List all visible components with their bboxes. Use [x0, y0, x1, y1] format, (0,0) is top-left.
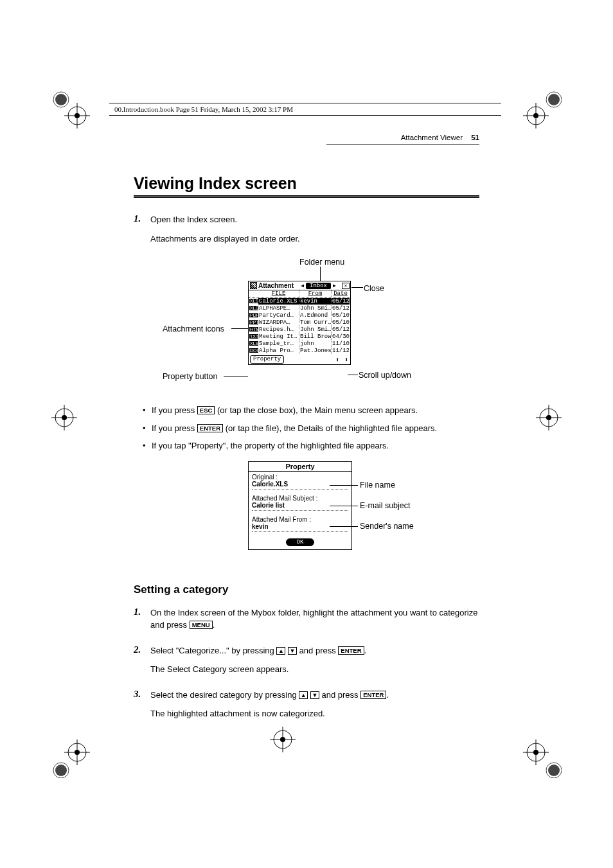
filetype-icon: XLS — [249, 341, 258, 346]
cell-from: Tom Curr… — [299, 319, 332, 326]
svg-point-29 — [533, 750, 538, 755]
scroll-updown-icon[interactable]: ⬆ ⬇ — [335, 356, 349, 364]
callout-scroll: Scroll up/down — [359, 371, 411, 380]
bullet-item: If you press ENTER (or tap the file), th… — [143, 422, 479, 435]
cell-file: PartyCard… — [258, 312, 299, 319]
list-row[interactable]: PPTWIZARDPA…Tom Curr…05/10 — [249, 319, 350, 326]
cell-from: john — [299, 341, 332, 347]
filetype-icon: XLS — [249, 306, 258, 310]
callout-email-subject: E-mail subject — [360, 501, 411, 510]
step-1-text: Open the Index screen. — [150, 213, 479, 226]
up-key-icon: ▲ — [299, 691, 308, 699]
svg-point-25 — [55, 765, 67, 776]
folder-name: Inbox — [306, 283, 331, 289]
cell-from: Bill Brown — [299, 333, 332, 340]
cell-from: John Smi… — [299, 305, 332, 312]
bullet-list: If you press ESC (or tap the close box),… — [143, 404, 479, 452]
cell-date: 05/12 — [332, 305, 350, 312]
callout-sender-name: Sender's name — [360, 522, 414, 531]
folder-menu[interactable]: ◀ Inbox ▶ — [295, 283, 342, 289]
cell-from: Pat.Jones — [299, 348, 332, 354]
step-number: 1. — [134, 213, 150, 251]
crop-mark-icon — [51, 90, 90, 128]
svg-point-19 — [546, 415, 551, 420]
figure-property-dialog: Property Original : Calorie.XLS Attached… — [134, 461, 479, 551]
running-head: Attachment Viewer 51 — [134, 134, 479, 141]
callout-close: Close — [364, 284, 384, 293]
cell-file: Meeting It… — [258, 333, 299, 340]
property-row-from: Attached Mail From : kevin — [249, 514, 351, 535]
attachment-app-window: Attachment ◀ Inbox ▶ ✕ FILE From Date XL… — [248, 281, 351, 365]
cell-date: 11/10 — [332, 341, 350, 347]
col-file[interactable]: FILE — [258, 290, 299, 297]
cat-step-2-text: Select "Categorize..." by pressing ▲ ▼ a… — [150, 644, 479, 657]
step-1: 1. Open the Index screen. Attachments ar… — [134, 213, 479, 251]
step-number: 2. — [134, 644, 150, 682]
filetype-icon: PPT — [249, 320, 258, 324]
enter-key-icon: ENTER — [338, 646, 364, 655]
cell-date: 05/10 — [332, 312, 350, 319]
svg-point-23 — [75, 750, 80, 755]
svg-point-31 — [548, 765, 560, 776]
svg-point-15 — [62, 415, 67, 420]
step-number: 3. — [134, 689, 150, 727]
chevron-left-icon[interactable]: ◀ — [301, 283, 304, 288]
enter-key-icon: ENTER — [360, 691, 386, 699]
list-row[interactable]: XLSCalorie.XLSkevin05/12 — [249, 297, 350, 305]
cat-step-1-text: On the Index screen of the Mybox folder,… — [150, 607, 479, 632]
cat-step-1: 1. On the Index screen of the Mybox fold… — [134, 607, 479, 638]
section-title-rule — [134, 195, 479, 198]
col-date[interactable]: Date — [332, 290, 350, 297]
callout-file-name: File name — [360, 481, 395, 490]
callout-folder-menu: Folder menu — [299, 258, 344, 267]
callout-property-button: Property button — [163, 372, 217, 381]
section-title: Viewing Index screen — [134, 174, 479, 193]
list-row[interactable]: DOCAlpha Pro…Pat.Jones11/12 — [249, 347, 350, 354]
property-label: Attached Mail From : — [252, 516, 348, 523]
property-label: Attached Mail Subject : — [252, 495, 348, 502]
cat-step-2-note: The Select Category screen appears. — [150, 663, 479, 676]
property-row-subject: Attached Mail Subject : Calorie list — [249, 493, 351, 514]
step-1-note: Attachments are displayed in date order. — [150, 233, 479, 245]
page-body: Attachment Viewer 51 Viewing Index scree… — [134, 134, 479, 733]
app-title: Attachment — [258, 282, 295, 289]
property-dialog-title: Property — [249, 462, 351, 472]
svg-point-9 — [533, 113, 538, 118]
cell-date: 05/12 — [332, 326, 350, 333]
cell-file: Sample_tr… — [258, 341, 299, 347]
cat-step-3: 3. Select the desired category by pressi… — [134, 689, 479, 727]
property-label: Original : — [252, 474, 348, 481]
page-number: 51 — [471, 134, 479, 141]
list-row[interactable]: XLSALPHASPE…John Smi…05/12 — [249, 305, 350, 312]
filetype-icon: HTM — [249, 327, 258, 332]
svg-point-11 — [548, 94, 560, 105]
cell-file: Recipes.h… — [258, 326, 299, 333]
list-row[interactable]: HTMRecipes.h…John Smi…05/12 — [249, 326, 350, 333]
svg-point-35 — [280, 737, 285, 742]
crop-mark-icon — [51, 740, 90, 778]
list-row[interactable]: TXTMeeting It…Bill Brown04/30 — [249, 333, 350, 340]
running-head-text: Attachment Viewer — [401, 134, 469, 141]
crop-mark-icon — [536, 405, 562, 430]
cat-step-3-note: The highlighted attachment is now catego… — [150, 707, 479, 720]
close-button[interactable]: ✕ — [342, 283, 350, 289]
list-header: FILE From Date — [249, 290, 350, 297]
cell-file: Calorie.XLS — [258, 298, 299, 305]
svg-point-1 — [55, 94, 67, 105]
cell-date: 05/12 — [332, 298, 350, 305]
chevron-right-icon[interactable]: ▶ — [333, 283, 336, 288]
col-from[interactable]: From — [299, 290, 332, 297]
cat-step-3-text: Select the desired category by pressing … — [150, 689, 479, 702]
property-button[interactable]: Property — [250, 355, 284, 364]
crop-mark-icon — [523, 740, 562, 778]
figure-index-screen: Folder menu Close Attachment icons Prope… — [134, 258, 479, 393]
list-row[interactable]: XLSSample_tr…john11/10 — [249, 340, 350, 347]
app-titlebar: Attachment ◀ Inbox ▶ ✕ — [249, 281, 350, 290]
filetype-icon: TXT — [249, 334, 258, 339]
crop-mark-icon — [51, 405, 77, 430]
ok-button[interactable]: OK — [286, 538, 315, 546]
cell-from: kevin — [299, 298, 332, 305]
property-value: Calorie list — [252, 502, 348, 511]
list-row[interactable]: PDFPartyCard…A.Edmond05/10 — [249, 312, 350, 319]
cell-from: A.Edmond — [299, 312, 332, 319]
